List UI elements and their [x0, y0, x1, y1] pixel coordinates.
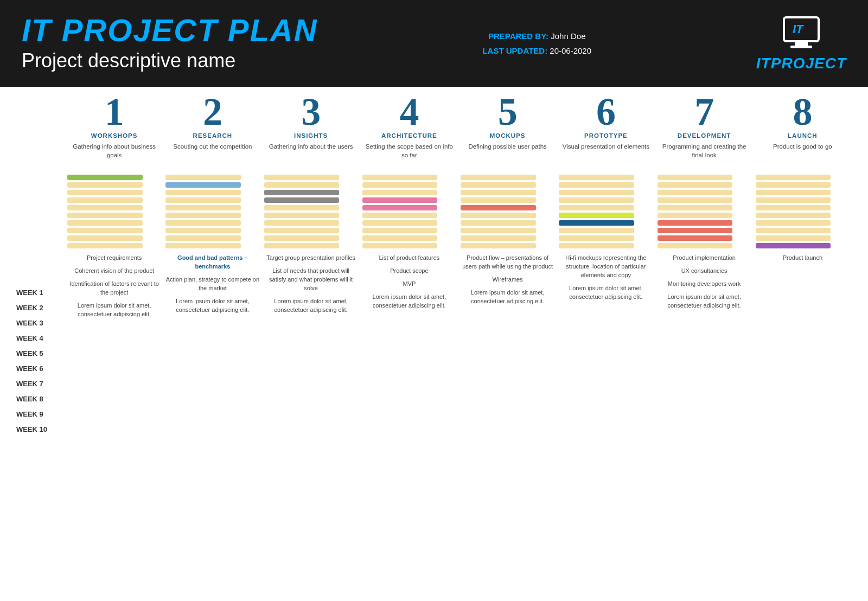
phase-desc-6: Visual presentation of elements: [563, 142, 649, 170]
page-header: IT PROJECT PLAN Project descriptive name…: [0, 0, 868, 87]
bar-2-10: [165, 243, 241, 248]
bar-row-6-8: [559, 228, 653, 233]
bar-row-1-2: [67, 182, 161, 188]
bar-2-6: [165, 213, 241, 218]
phases-container: 1WORKSHOPSGathering info about business …: [65, 92, 852, 437]
header-meta: PREPARED BY: John Doe LAST UPDATED: 20-0…: [482, 29, 591, 58]
phase-number-7: 7: [694, 92, 714, 131]
bar-row-2-9: [165, 235, 259, 241]
bar-row-2-2: [165, 182, 259, 188]
bar-row-8-9: [756, 235, 850, 241]
svg-rect-1: [795, 41, 808, 46]
phase-column-7: 7DEVELOPMENTProgramming and creating the…: [655, 92, 754, 437]
bar-2-4: [165, 197, 241, 203]
footer-item-5-3: Lorem ipsum dolor sit amet, consectetuer…: [461, 289, 554, 306]
bar-5-3: [461, 190, 536, 195]
last-updated: LAST UPDATED: 20-06-2020: [482, 43, 591, 58]
bar-row-6-5: [559, 205, 653, 210]
bar-row-7-6: [658, 213, 751, 218]
bar-1-3: [67, 190, 143, 195]
header-left: IT PROJECT PLAN Project descriptive name: [22, 15, 318, 72]
week-label-10: WEEK 10: [16, 421, 65, 437]
bar-row-2-7: [165, 220, 259, 226]
phase-footer-7: Product implementationUX consultanciesMo…: [658, 254, 751, 315]
phase-column-2: 2RESEARCHScouting out the competitionGoo…: [163, 92, 261, 437]
phase-column-6: 6PROTOTYPEVisual presentation of element…: [557, 92, 655, 437]
bar-6-8: [559, 228, 634, 233]
bar-row-5-4: [461, 197, 554, 203]
bar-2-3: [165, 190, 241, 195]
bar-4-7: [362, 220, 438, 226]
bar-5-5: [461, 205, 536, 210]
bar-row-6-9: [559, 235, 653, 241]
bar-6-2: [559, 182, 634, 188]
bar-row-4-2: [362, 182, 456, 188]
bar-row-1-4: [67, 197, 161, 203]
gantt-bars-3: [264, 175, 358, 248]
gantt-bars-7: [658, 175, 751, 248]
bar-1-1: [67, 175, 143, 180]
bar-row-7-3: [658, 190, 751, 195]
bar-8-7: [756, 220, 831, 226]
footer-item-5-1: Product flow – presentations of users pa…: [461, 254, 554, 271]
bar-row-1-9: [67, 235, 161, 241]
gantt-bars-8: [756, 175, 850, 248]
bar-row-6-6: [559, 213, 653, 218]
logo-text: ITPROJECT: [756, 55, 846, 72]
phase-number-8: 8: [793, 92, 812, 131]
bar-8-6: [756, 213, 831, 218]
bar-7-1: [658, 175, 733, 180]
bar-row-6-2: [559, 182, 653, 188]
bar-5-10: [461, 243, 536, 248]
phase-name-5: MOCKUPS: [490, 132, 526, 139]
phase-number-1: 1: [105, 92, 124, 131]
footer-item-7-4: Lorem ipsum dolor sit amet, consectetuer…: [658, 293, 751, 310]
bar-3-8: [264, 228, 340, 233]
bar-5-2: [461, 182, 536, 188]
bar-8-8: [756, 228, 831, 233]
phase-number-2: 2: [203, 92, 222, 131]
bar-2-1: [165, 175, 241, 180]
bar-6-3: [559, 190, 634, 195]
bar-3-2: [264, 182, 340, 188]
week-label-6: WEEK 6: [16, 361, 65, 376]
bar-row-3-7: [264, 220, 358, 226]
bar-1-6: [67, 213, 143, 218]
bar-5-4: [461, 197, 536, 203]
bar-4-5: [362, 205, 438, 210]
bar-row-5-6: [461, 213, 554, 218]
bar-row-3-10: [264, 243, 358, 248]
bar-3-5: [264, 205, 340, 210]
bar-row-7-7: [658, 220, 751, 226]
last-updated-label: LAST UPDATED:: [482, 46, 547, 55]
logo-project: PROJECT: [771, 55, 846, 72]
bar-row-8-4: [756, 197, 850, 203]
gantt-bars-1: [67, 175, 161, 248]
logo-it: IT: [756, 55, 771, 72]
bar-2-5: [165, 205, 241, 210]
bar-8-4: [756, 197, 831, 203]
bar-row-1-5: [67, 205, 161, 210]
phase-column-1: 1WORKSHOPSGathering info about business …: [65, 92, 163, 437]
week-label-2: WEEK 2: [16, 300, 65, 315]
week-labels: WEEK 1WEEK 2WEEK 3WEEK 4WEEK 5WEEK 6WEEK…: [16, 92, 65, 437]
bar-row-3-1: [264, 175, 358, 180]
footer-item-7-1: Product implementation: [658, 254, 751, 263]
bar-row-4-10: [362, 243, 456, 248]
bar-row-8-5: [756, 205, 850, 210]
bar-row-6-7: [559, 220, 653, 226]
bar-1-5: [67, 205, 143, 210]
bar-8-1: [756, 175, 831, 180]
bar-6-7: [559, 220, 634, 226]
phase-name-1: WORKSHOPS: [91, 132, 138, 139]
bar-row-4-3: [362, 190, 456, 195]
bar-row-5-5: [461, 205, 554, 210]
bar-5-6: [461, 213, 536, 218]
bar-row-2-6: [165, 213, 259, 218]
svg-text:IT: IT: [793, 22, 804, 36]
phase-name-7: DEVELOPMENT: [678, 132, 731, 139]
phase-footer-3: Target group presentation profilesList o…: [264, 254, 358, 319]
columns-container: WEEK 1WEEK 2WEEK 3WEEK 4WEEK 5WEEK 6WEEK…: [16, 92, 852, 437]
bar-row-4-1: [362, 175, 456, 180]
week-label-1: WEEK 1: [16, 285, 65, 300]
